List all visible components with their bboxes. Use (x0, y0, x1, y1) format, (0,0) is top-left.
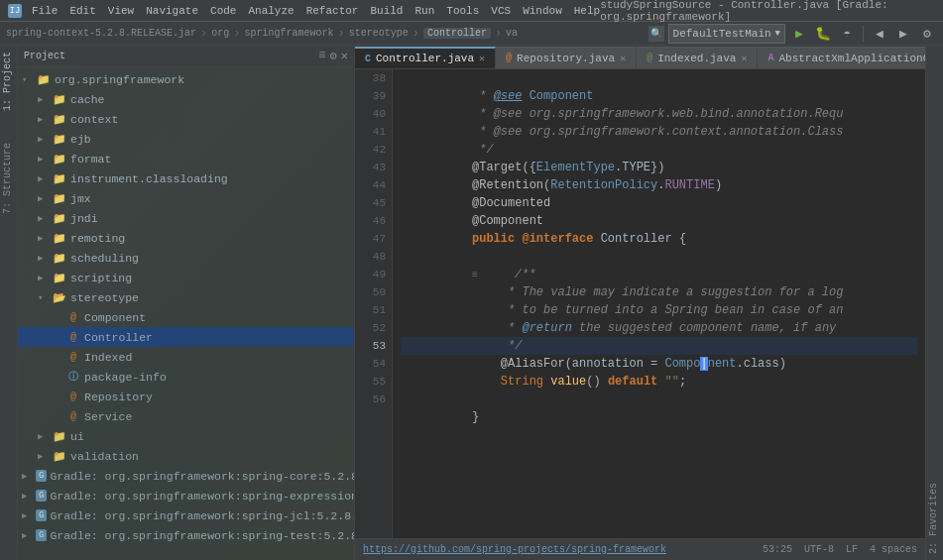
tree-item-stereotype[interactable]: ▾ 📂 stereotype (18, 287, 354, 307)
tree-item-scripting[interactable]: ▶ 📁 scripting (18, 268, 354, 287)
project-header-sort-icon[interactable]: ≡ (318, 49, 325, 63)
menu-window[interactable]: Window (523, 5, 562, 17)
tree-item-format[interactable]: ▶ 📁 format (18, 149, 354, 168)
tab-repository[interactable]: @ Repository.java ✕ (496, 47, 637, 68)
sidebar-tab-favorites[interactable]: 2: Favorites (926, 477, 943, 560)
tab-repository-close[interactable]: ✕ (620, 53, 626, 64)
run-button[interactable]: ▶ (789, 24, 809, 44)
instrument-arrow: ▶ (38, 173, 52, 184)
menu-file[interactable]: File (32, 5, 58, 17)
project-header-settings-icon[interactable]: ⚙ (330, 49, 337, 63)
tree-repository-label: Repository (84, 391, 153, 403)
menu-code[interactable]: Code (210, 5, 236, 17)
menu-navigate[interactable]: Navigate (146, 5, 198, 17)
tab-controller-close[interactable]: ✕ (479, 53, 485, 64)
tree-gradle-3[interactable]: ▶ G Gradle: org.springframework:spring-j… (18, 505, 354, 525)
tree-item-cache[interactable]: ▶ 📁 cache (18, 89, 354, 109)
menu-analyze[interactable]: Analyze (248, 5, 294, 17)
tree-item-ejb[interactable]: ▶ 📁 ejb (18, 129, 354, 149)
editor-area: C Controller.java ✕ @ Repository.java ✕ … (355, 46, 925, 560)
debug-button[interactable]: 🐛 (813, 24, 833, 44)
tree-item-service[interactable]: @ Service (18, 406, 354, 426)
sidebar-tab-structure[interactable]: 7: Structure (0, 137, 17, 220)
tree-root[interactable]: ▾ 📁 org.springframework (18, 69, 354, 89)
tree-item-repository[interactable]: @ Repository (18, 387, 354, 406)
dropdown-arrow-icon: ▼ (775, 29, 780, 39)
tree-item-instrument[interactable]: ▶ 📁 instrument.classloading (18, 168, 354, 188)
tab-indexed-icon: @ (647, 53, 652, 63)
forward-button[interactable]: ▶ (893, 24, 913, 44)
settings-button[interactable]: ⚙ (917, 24, 937, 44)
code-line-48: ≡ /** (401, 248, 917, 266)
menu-help[interactable]: Help (574, 5, 600, 17)
coverage-button[interactable]: ☂ (837, 24, 857, 44)
status-line-sep: LF (846, 544, 858, 555)
line-num-54: 54 (355, 355, 386, 373)
jmx-arrow: ▶ (38, 193, 52, 204)
tree-item-ui[interactable]: ▶ 📁 ui (18, 426, 354, 446)
component-annotation-icon: @ (65, 309, 81, 325)
tree-scripting-label: scripting (70, 272, 132, 284)
tab-controller[interactable]: C Controller.java ✕ (355, 47, 496, 68)
gradle-icon-3: G (36, 509, 47, 521)
context-arrow: ▶ (38, 114, 52, 125)
breadcrumb-va[interactable]: va (506, 28, 518, 39)
line-num-43: 43 (355, 159, 386, 176)
tree-item-indexed[interactable]: @ Indexed (18, 347, 354, 367)
ejb-folder-icon: 📁 (52, 131, 67, 147)
menu-vcs[interactable]: VCS (491, 5, 511, 17)
menu-tools[interactable]: Tools (446, 5, 479, 17)
tree-gradle-2[interactable]: ▶ G Gradle: org.springframework:spring-e… (18, 486, 354, 505)
breadcrumb-jar[interactable]: spring-context-5.2.8.RELEASE.jar (6, 28, 196, 39)
sidebar-tab-project[interactable]: 1: Project (0, 46, 17, 117)
menu-refactor[interactable]: Refactor (306, 5, 359, 17)
line-num-41: 41 (355, 123, 386, 141)
search-file-icon[interactable]: 🔍 (648, 26, 664, 42)
tree-item-component[interactable]: @ Component (18, 307, 354, 327)
project-header-close-icon[interactable]: ✕ (341, 49, 348, 63)
menu-run[interactable]: Run (414, 5, 434, 17)
validation-arrow: ▶ (38, 451, 52, 462)
breadcrumb-controller[interactable]: Controller (423, 28, 491, 39)
tab-repository-icon: @ (506, 53, 512, 63)
breadcrumb-org[interactable]: org (211, 28, 229, 39)
breadcrumb-stereotype[interactable]: stereotype (349, 28, 409, 39)
tree-gradle-1[interactable]: ▶ G Gradle: org.springframework:spring-c… (18, 466, 354, 486)
tab-indexed[interactable]: @ Indexed.java ✕ (637, 47, 758, 68)
cache-folder-icon: 📁 (52, 91, 67, 107)
status-encoding: UTF-8 (804, 544, 834, 555)
repository-annotation-icon: @ (65, 389, 81, 404)
status-link[interactable]: https://github.com/spring-projects/sprin… (363, 544, 666, 555)
run-config-dropdown[interactable]: DefaultTestMain ▼ (668, 24, 785, 44)
menu-edit[interactable]: Edit (69, 5, 95, 17)
line-num-44: 44 (355, 176, 386, 194)
line-num-50: 50 (355, 283, 386, 301)
tree-item-jndi[interactable]: ▶ 📁 jndi (18, 208, 354, 228)
tree-item-validation[interactable]: ▶ 📁 validation (18, 446, 354, 466)
tab-indexed-close[interactable]: ✕ (741, 53, 747, 64)
tree-root-label: org.springframework (55, 73, 184, 86)
tree-item-jmx[interactable]: ▶ 📁 jmx (18, 188, 354, 208)
scripting-folder-icon: 📁 (52, 270, 67, 285)
breadcrumb-springframework[interactable]: springframework (244, 28, 333, 39)
back-button[interactable]: ◀ (870, 24, 889, 44)
menu-view[interactable]: View (108, 5, 134, 17)
tree-item-remoting[interactable]: ▶ 📁 remoting (18, 228, 354, 248)
controller-annotation-icon: @ (65, 329, 81, 345)
tab-abstractxml-icon: A (767, 53, 773, 63)
code-editor[interactable]: 38 39 40 41 42 43 44 45 46 47 48 49 50 5… (355, 69, 925, 538)
gradle-icon-1: G (36, 470, 47, 482)
tree-item-package-info[interactable]: ⓘ package-info (18, 367, 354, 387)
line-num-46: 46 (355, 212, 386, 230)
tree-item-context[interactable]: ▶ 📁 context (18, 109, 354, 129)
tab-abstractxml-label: AbstractXmlApplicationContext (778, 53, 925, 64)
tree-item-controller[interactable]: @ Controller (18, 327, 354, 347)
code-content[interactable]: * @see Component * @see org.springframew… (393, 69, 925, 538)
menu-bar[interactable]: File Edit View Navigate Code Analyze Ref… (32, 5, 600, 17)
menu-build[interactable]: Build (370, 5, 403, 17)
tree-controller-label: Controller (84, 331, 153, 344)
tree-item-scheduling[interactable]: ▶ 📁 scheduling (18, 248, 354, 268)
format-folder-icon: 📁 (52, 151, 67, 167)
tree-gradle-4[interactable]: ▶ G Gradle: org.springframework:spring-t… (18, 525, 354, 545)
tab-abstractxml[interactable]: A AbstractXmlApplicationContext ✕ (758, 47, 925, 68)
